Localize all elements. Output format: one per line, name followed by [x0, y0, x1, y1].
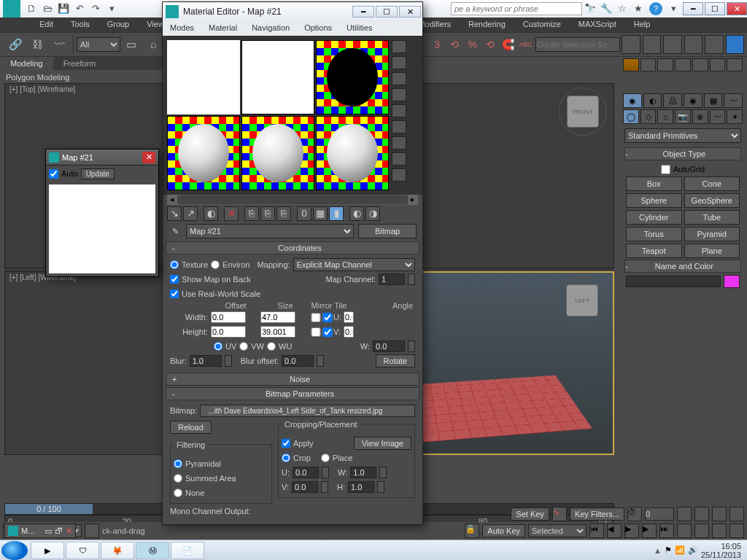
blur-input[interactable] — [190, 355, 222, 367]
create-tab-icon[interactable]: ◉ — [623, 93, 642, 108]
spinner-snap-icon[interactable]: ⟲ — [482, 36, 498, 53]
material-slot-1[interactable] — [167, 40, 240, 114]
goto-end-icon[interactable]: ⏭ — [659, 524, 674, 538]
rollout-noise-header[interactable]: +Noise — [166, 373, 419, 386]
start-button[interactable] — [1, 541, 28, 560]
select-by-mat-icon[interactable] — [392, 152, 406, 166]
crop-u-input[interactable] — [293, 467, 319, 478]
material-editor-icon[interactable] — [726, 35, 745, 54]
nav-icon[interactable] — [694, 524, 709, 538]
map-type-button[interactable]: Bitmap — [358, 224, 417, 238]
abc-icon[interactable]: ABC — [518, 36, 534, 53]
lights-cat-icon[interactable]: ☼ — [657, 109, 673, 124]
mini-close-icon[interactable]: ✕ — [66, 526, 72, 536]
search-input[interactable] — [451, 2, 582, 15]
map-channel-input[interactable] — [379, 273, 405, 285]
selection-filter[interactable]: All — [77, 37, 120, 52]
unlink-icon[interactable]: ⛓ — [28, 35, 47, 54]
align-icon[interactable] — [643, 35, 662, 54]
mateditor-minimize-button[interactable]: ━ — [352, 6, 374, 18]
assign-to-sel-icon[interactable]: ◐ — [204, 206, 218, 221]
btn-cylinder[interactable]: Cylinder — [626, 210, 682, 225]
none-radio[interactable] — [174, 489, 182, 497]
taskbar-app-icon[interactable]: 🛡 — [66, 542, 99, 559]
spinner[interactable] — [408, 273, 415, 285]
select-icon[interactable]: ▭ — [122, 35, 141, 54]
hammer-icon[interactable] — [727, 58, 743, 71]
next-frame-icon[interactable]: ▶ — [642, 524, 657, 538]
width-size-input[interactable] — [260, 311, 295, 323]
material-slot-5[interactable] — [241, 116, 314, 190]
display-tab-icon[interactable]: ▦ — [704, 93, 723, 108]
helpers-cat-icon[interactable]: ⊕ — [692, 109, 708, 124]
reload-button[interactable]: Reload — [170, 421, 212, 434]
environ-radio[interactable] — [211, 260, 220, 269]
selection-set-input[interactable] — [535, 37, 620, 52]
mini-app-label[interactable]: M... — [21, 526, 34, 535]
taskbar-3dsmax-icon[interactable]: Ⓜ — [136, 542, 169, 559]
preview-auto-checkbox[interactable] — [49, 169, 58, 179]
close-button[interactable]: ✕ — [727, 2, 747, 15]
crop-w-input[interactable] — [350, 467, 376, 478]
menu-help[interactable]: Help — [625, 18, 659, 32]
object-name-input[interactable] — [626, 276, 721, 287]
btn-sphere[interactable]: Sphere — [626, 193, 682, 208]
dropdown-icon[interactable]: ▾ — [105, 2, 118, 15]
show-map-checkbox[interactable] — [170, 275, 179, 284]
width-offset-input[interactable] — [211, 311, 246, 323]
summed-radio[interactable] — [174, 474, 182, 483]
btn-cone[interactable]: Cone — [684, 176, 740, 191]
time-config-icon[interactable]: ⏱ — [627, 507, 642, 521]
system-tray[interactable]: ▲ ⚑ 📶 🔊 — [654, 545, 701, 555]
make-copy-icon[interactable]: ⎘ — [244, 206, 259, 221]
blur-offset-input[interactable] — [282, 355, 314, 367]
minimize-button[interactable]: ━ — [683, 2, 703, 15]
memenu-navigation[interactable]: Navigation — [244, 21, 297, 36]
mateditor-close-button[interactable]: ✕ — [399, 6, 421, 18]
mini-min-icon[interactable]: ▭ — [44, 526, 52, 536]
go-parent-icon[interactable]: ◐ — [349, 206, 364, 221]
modify-tab-icon[interactable]: ◐ — [643, 93, 662, 108]
nav-icon[interactable] — [729, 524, 744, 538]
space-warps-cat-icon[interactable]: 〰 — [710, 109, 726, 124]
reset-map-icon[interactable]: ✕ — [224, 206, 239, 221]
nav-icon[interactable] — [677, 524, 692, 538]
rollout-coordinates-header[interactable]: -Coordinates — [166, 241, 419, 254]
nav-icon[interactable] — [729, 507, 744, 521]
ribbon-tab-modeling[interactable]: Modeling — [0, 57, 53, 70]
menu-rendering[interactable]: Rendering — [460, 18, 514, 32]
systems-cat-icon[interactable]: ✶ — [727, 109, 743, 124]
material-slot-6[interactable] — [316, 116, 389, 190]
schematic-icon[interactable] — [705, 35, 724, 54]
select-name-icon[interactable]: ⌕ — [144, 35, 163, 54]
render-setup-icon[interactable] — [640, 58, 657, 71]
keyfilters-button[interactable]: Key Filters... — [570, 508, 624, 521]
uv-radio[interactable] — [214, 342, 222, 351]
bitmap-path-button[interactable]: ...ith Dave Edwards\is4_Left Side_of_Tan… — [200, 405, 415, 417]
make-preview-icon[interactable] — [392, 120, 406, 133]
tray-volume-icon[interactable]: 🔊 — [688, 545, 698, 555]
render-frame-icon[interactable] — [657, 58, 673, 71]
btn-plane[interactable]: Plane — [684, 244, 740, 258]
prev-frame-icon[interactable]: ◀ — [607, 524, 622, 538]
place-radio[interactable] — [321, 454, 330, 462]
wu-radio[interactable] — [267, 342, 276, 351]
get-material-icon[interactable]: ↘ — [167, 206, 182, 221]
percent-snap-icon[interactable]: % — [465, 36, 481, 53]
viewcube-front[interactable]: FRONT — [567, 96, 599, 128]
background-icon[interactable] — [392, 72, 406, 85]
bind-icon[interactable]: 〰 — [50, 35, 69, 54]
autogrid-checkbox[interactable] — [661, 165, 670, 174]
teapot-icon[interactable] — [692, 58, 708, 71]
key-tangent-icon[interactable]: ∿ — [552, 507, 567, 521]
menu-edit[interactable]: Edit — [31, 18, 62, 32]
taskbar-firefox-icon[interactable]: 🦊 — [101, 542, 134, 559]
eyedropper-icon[interactable]: ✎ — [169, 225, 182, 238]
rotate-button[interactable]: Rotate — [376, 354, 415, 368]
make-unique-icon[interactable]: ⎘ — [260, 206, 275, 221]
spinner[interactable] — [321, 481, 328, 493]
u-tile-checkbox[interactable] — [322, 313, 333, 322]
real-world-checkbox[interactable] — [170, 289, 179, 298]
crop-h-input[interactable] — [348, 481, 374, 493]
preview-close-button[interactable]: ✕ — [142, 152, 155, 163]
